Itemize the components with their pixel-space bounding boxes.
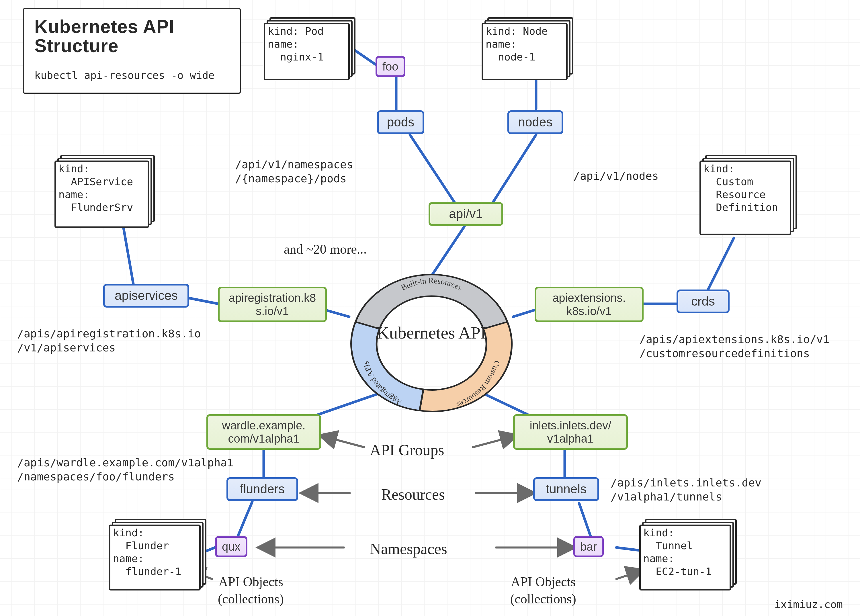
resource-nodes: nodes [507, 110, 563, 134]
note-and-more: and ~20 more... [284, 241, 367, 258]
note-api-objects-right: API Objects (collections) [510, 573, 576, 608]
note-api-objects-left: API Objects (collections) [218, 573, 284, 608]
path-apiservices: /apis/apiregistration.k8s.io /v1/apiserv… [17, 327, 201, 355]
object-crd: kind: Custom Resource Definition [700, 160, 791, 235]
object-flunder: kind: Flunder name: flunder-1 [109, 525, 201, 591]
resource-apiservices: apiservices [103, 284, 189, 307]
object-apiservice: kind: APIService name: FlunderSrv [55, 160, 149, 228]
credit: iximiuz.com [775, 599, 843, 610]
svg-line-4 [353, 49, 375, 64]
object-tunnel: kind: Tunnel name: EC2-tun-1 [639, 525, 731, 591]
svg-line-11 [123, 226, 133, 284]
resource-tunnels: tunnels [533, 477, 599, 501]
title-command: kubectl api-resources -o wide [35, 69, 229, 81]
resource-crds: crds [676, 290, 730, 313]
group-core: api/v1 [428, 202, 503, 226]
group-inlets: inlets.inlets.dev/ v1alpha1 [513, 414, 628, 450]
svg-line-0 [430, 226, 465, 278]
object-node: kind: Node name: node-1 [482, 23, 568, 80]
svg-line-8 [708, 238, 734, 290]
object-flunder-text: kind: Flunder name: flunder-1 [113, 526, 198, 578]
object-node-text: kind: Node name: node-1 [486, 25, 565, 63]
object-apiservice-text: kind: APIService name: FlunderSrv [58, 162, 146, 214]
path-pods: /api/v1/namespaces /{namespace}/pods [235, 158, 353, 186]
ring-title: Kubernetes API [347, 324, 516, 342]
svg-line-27 [616, 571, 642, 579]
svg-line-18 [579, 503, 590, 536]
note-resources: Resources [381, 484, 445, 505]
object-pod: kind: Pod name: nginx-1 [264, 23, 350, 80]
svg-line-14 [238, 502, 252, 536]
svg-line-1 [410, 135, 454, 202]
namespace-bar: bar [573, 536, 604, 557]
namespace-qux: qux [215, 536, 247, 557]
object-pod-text: kind: Pod name: nginx-1 [268, 25, 347, 63]
group-wardle: wardle.example. com/v1alpha1 [206, 414, 321, 450]
center-ring: Built-in Resources Custom Resources Aggr… [347, 272, 516, 415]
object-tunnel-text: kind: Tunnel name: EC2-tun-1 [643, 526, 728, 578]
namespace-foo: foo [375, 56, 405, 77]
svg-line-6 [513, 310, 536, 317]
path-inlets: /apis/inlets.inlets.dev /v1alpha1/tunnel… [610, 476, 761, 504]
group-apireg: apiregistration.k8 s.io/v1 [218, 287, 327, 322]
resource-flunders: flunders [226, 477, 298, 501]
note-api-groups: API Groups [370, 440, 444, 460]
object-crd-text: kind: Custom Resource Definition [703, 162, 788, 214]
svg-line-9 [324, 310, 349, 317]
title-heading: Kubernetes API Structure [35, 17, 229, 56]
svg-line-19 [616, 547, 639, 550]
path-wardle: /apis/wardle.example.com/v1alpha1 /names… [17, 456, 234, 484]
path-crds: /apis/apiextensions.k8s.io/v1 /customres… [639, 332, 829, 361]
resource-pods: pods [377, 110, 424, 134]
title-card: Kubernetes API Structure kubectl api-res… [23, 8, 241, 94]
svg-line-2 [493, 135, 536, 202]
note-namespaces: Namespaces [370, 539, 447, 559]
svg-line-21 [473, 436, 516, 447]
svg-line-10 [189, 298, 218, 304]
path-nodes: /api/v1/nodes [573, 169, 659, 183]
group-apiext: apiextensions. k8s.io/v1 [535, 287, 643, 322]
svg-line-20 [321, 436, 364, 447]
